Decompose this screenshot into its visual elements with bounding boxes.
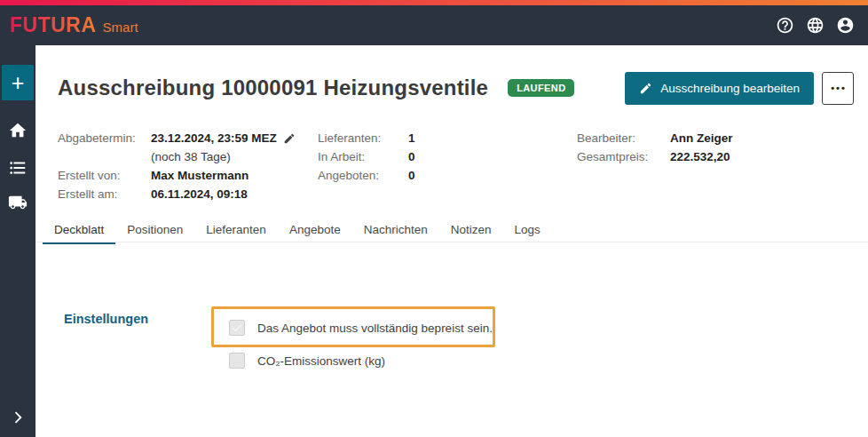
page-title: Ausschreibung 10000091 Heizungsventile — [58, 75, 488, 100]
info-group-suppliers: Lieferanten: 1 In Arbeit: 0 Angeboten: 0 — [318, 129, 415, 185]
info-group-dates: Abgabetermin: 23.12.2024, 23:59 MEZ (noc… — [58, 129, 296, 203]
sidebar: + — [0, 45, 36, 437]
bearbeiter-value: Ann Zeiger — [670, 129, 733, 147]
erstellt-von-value: Max Mustermann — [151, 166, 249, 185]
truck-icon[interactable] — [8, 193, 28, 212]
tab-nachrichten[interactable]: Nachrichten — [352, 218, 439, 244]
info-row-lieferanten: Lieferanten: 1 — [318, 129, 415, 147]
check-icon — [231, 322, 243, 334]
expand-sidebar-chevron-icon[interactable] — [9, 409, 27, 426]
info-row-remaining-days: (noch 38 Tage) — [58, 147, 296, 166]
brand-name: FUTURA — [10, 13, 97, 37]
erstellt-von-label: Erstellt von: — [58, 166, 151, 185]
home-icon[interactable] — [8, 121, 28, 140]
help-icon[interactable] — [776, 16, 794, 35]
erstellt-am-label: Erstellt am: — [58, 185, 151, 203]
in-arbeit-value: 0 — [408, 147, 415, 166]
checkbox-row-co2: CO₂-Emissionswert (kg) — [229, 350, 385, 371]
tab-angebote[interactable]: Angebote — [278, 218, 352, 244]
checkbox-co2-label: CO₂-Emissionswert (kg) — [257, 354, 385, 368]
tab-deckblatt[interactable]: Deckblatt — [43, 218, 115, 244]
info-row-abgabetermin: Abgabetermin: 23.12.2024, 23:59 MEZ — [58, 129, 296, 147]
list-icon[interactable] — [8, 158, 28, 178]
brand-suffix: Smart — [103, 20, 138, 35]
erstellt-am-value: 06.11.2024, 09:18 — [151, 185, 248, 203]
edit-deadline-pencil-icon[interactable] — [283, 132, 296, 145]
tab-logs[interactable]: Logs — [503, 218, 552, 244]
tab-lieferanten[interactable]: Lieferanten — [194, 218, 278, 244]
in-arbeit-label: In Arbeit: — [318, 147, 408, 166]
main-content: Ausschreibung 10000091 Heizungsventile L… — [36, 45, 868, 437]
info-row-angeboten: Angeboten: 0 — [318, 166, 415, 185]
info-row-in-arbeit: In Arbeit: 0 — [318, 147, 415, 166]
info-group-editor: Bearbeiter: Ann Zeiger Gesamtpreis: 222.… — [577, 129, 733, 166]
globe-icon[interactable] — [806, 16, 825, 35]
info-row-erstellt-am: Erstellt am: 06.11.2024, 09:18 — [58, 185, 296, 203]
checkbox-co2[interactable] — [229, 353, 245, 369]
angeboten-value: 0 — [408, 166, 415, 185]
pencil-icon — [639, 82, 652, 95]
tab-notizen[interactable]: Notizen — [439, 218, 503, 244]
brand-logo: FUTURA Smart — [10, 13, 138, 37]
edit-tender-button[interactable]: Ausschreibung bearbeiten — [625, 72, 814, 105]
bearbeiter-label: Bearbeiter: — [577, 129, 670, 147]
tab-bar: Deckblatt Positionen Lieferanten Angebot… — [43, 218, 552, 244]
lieferanten-label: Lieferanten: — [318, 129, 408, 147]
abgabetermin-label: Abgabetermin: — [58, 129, 151, 147]
abgabetermin-note: (noch 38 Tage) — [151, 147, 231, 166]
tab-positionen[interactable]: Positionen — [115, 218, 194, 244]
checkbox-bepreist[interactable] — [229, 320, 245, 336]
status-badge: LAUFEND — [508, 79, 574, 97]
more-actions-button[interactable]: ••• — [822, 72, 854, 105]
account-icon[interactable] — [836, 16, 855, 35]
info-row-erstellt-von: Erstellt von: Max Mustermann — [58, 166, 296, 185]
add-button[interactable]: + — [2, 65, 34, 100]
checkbox-bepreist-label: Das Angebot muss vollständig bepreist se… — [257, 322, 493, 335]
angeboten-label: Angeboten: — [318, 166, 408, 185]
app-window: FUTURA Smart + — [0, 0, 868, 437]
info-row-gesamtpreis: Gesamtpreis: 222.532,20 — [577, 147, 733, 166]
gesamtpreis-value: 222.532,20 — [670, 147, 730, 166]
title-row: Ausschreibung 10000091 Heizungsventile L… — [58, 71, 854, 105]
app-header: FUTURA Smart — [0, 5, 868, 45]
abgabetermin-value: 23.12.2024, 23:59 MEZ — [151, 129, 277, 147]
info-row-bearbeiter: Bearbeiter: Ann Zeiger — [577, 129, 733, 147]
checkbox-row-bepreist: Das Angebot muss vollständig bepreist se… — [229, 317, 493, 338]
lieferanten-value: 1 — [408, 129, 415, 147]
edit-tender-button-label: Ausschreibung bearbeiten — [660, 82, 800, 95]
settings-section-label: Einstellungen — [64, 312, 148, 326]
gesamtpreis-label: Gesamtpreis: — [577, 147, 670, 166]
header-icon-group — [776, 16, 855, 35]
tab-divider — [36, 242, 868, 242]
